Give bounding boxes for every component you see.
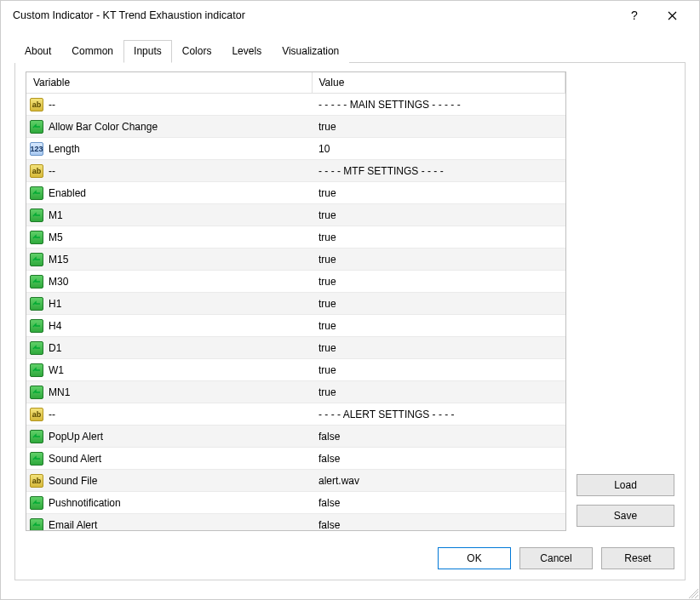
bool-type-icon (30, 430, 43, 443)
ab-type-icon: ab (30, 164, 43, 178)
variable-value[interactable]: true (312, 226, 565, 249)
tab-inputs[interactable]: Inputs (123, 40, 172, 63)
variable-name: D1 (49, 342, 61, 354)
tab-levels[interactable]: Levels (221, 40, 272, 63)
table-row[interactable]: M15true (26, 249, 565, 271)
bool-type-icon (30, 231, 43, 244)
bool-type-icon (30, 363, 43, 377)
close-icon (668, 11, 677, 20)
table-row[interactable]: M1true (26, 204, 565, 226)
bool-type-icon (30, 452, 43, 466)
variable-name: Pushnotification (49, 497, 121, 509)
bool-type-icon (30, 319, 43, 333)
tab-common[interactable]: Common (61, 40, 123, 63)
variable-value[interactable]: alert.wav (312, 470, 565, 492)
variable-value[interactable]: true (312, 315, 565, 337)
variable-value[interactable]: 10 (312, 138, 565, 160)
ab-type-icon: ab (30, 408, 43, 421)
table-row[interactable]: ab--- - - - MTF SETTINGS - - - - (26, 160, 565, 182)
ab-type-icon: ab (30, 98, 43, 111)
table-row[interactable]: Pushnotificationfalse (26, 492, 565, 514)
variable-name: Enabled (49, 187, 86, 199)
table-row[interactable]: PopUp Alertfalse (26, 426, 565, 448)
tab-bar: About Common Inputs Colors Levels Visual… (14, 39, 686, 63)
variable-name: Sound Alert (49, 453, 101, 465)
cancel-button[interactable]: Cancel (519, 547, 593, 569)
variable-name: Email Alert (49, 519, 97, 531)
bool-type-icon (30, 275, 43, 289)
variable-value[interactable]: true (312, 204, 565, 226)
bool-type-icon (30, 120, 43, 134)
ok-button[interactable]: OK (438, 547, 511, 569)
side-buttons: Load Save (577, 71, 674, 569)
table-row[interactable]: Enabledtrue (26, 182, 565, 204)
window-title: Custom Indicator - KT Trend Exhaustion i… (13, 9, 616, 21)
table-row[interactable]: M30true (26, 271, 565, 293)
num-type-icon: 123 (30, 142, 43, 156)
tab-colors[interactable]: Colors (172, 40, 222, 63)
titlebar: Custom Indicator - KT Trend Exhaustion i… (1, 1, 699, 30)
variable-value[interactable]: false (312, 448, 565, 470)
variable-value[interactable]: true (312, 359, 565, 381)
close-button[interactable] (653, 3, 691, 28)
variable-value[interactable]: true (312, 182, 565, 204)
col-header-variable[interactable]: Variable (26, 72, 312, 94)
bool-type-icon (30, 386, 43, 399)
table-row[interactable]: D1true (26, 337, 565, 359)
ab-type-icon: ab (30, 474, 43, 488)
inputs-table[interactable]: Variable Value ab--- - - - - MAIN SETTIN… (26, 71, 566, 531)
variable-value[interactable]: - - - - ALERT SETTINGS - - - - (312, 403, 565, 426)
bool-type-icon (30, 186, 43, 200)
tab-about[interactable]: About (14, 40, 61, 63)
bool-type-icon (30, 496, 43, 510)
table-row[interactable]: H1true (26, 293, 565, 315)
variable-value[interactable]: false (312, 426, 565, 448)
variable-value[interactable]: false (312, 492, 565, 514)
variable-value[interactable]: - - - - - MAIN SETTINGS - - - - - (312, 94, 565, 116)
variable-name: M5 (49, 231, 63, 243)
help-button[interactable]: ? (616, 3, 653, 28)
variable-name: H4 (49, 320, 61, 332)
variable-name: M15 (49, 254, 68, 266)
variable-name: Sound File (49, 475, 97, 487)
variable-name: M1 (49, 209, 63, 221)
variable-name: H1 (49, 298, 61, 310)
table-row[interactable]: H4true (26, 315, 565, 337)
table-row[interactable]: ab--- - - - ALERT SETTINGS - - - - (26, 403, 565, 426)
bool-type-icon (30, 209, 43, 222)
table-row[interactable]: 123Length10 (26, 138, 565, 160)
table-row[interactable]: abSound Filealert.wav (26, 470, 565, 492)
bool-type-icon (30, 297, 43, 311)
variable-name: Allow Bar Color Change (49, 121, 158, 133)
variable-name: -- (49, 409, 55, 420)
load-button[interactable]: Load (577, 474, 674, 496)
table-row[interactable]: MN1true (26, 381, 565, 403)
variable-name: MN1 (49, 386, 70, 398)
variable-name: PopUp Alert (49, 431, 103, 443)
col-header-value[interactable]: Value (312, 72, 565, 94)
reset-button[interactable]: Reset (601, 547, 674, 569)
bool-type-icon (30, 253, 43, 266)
variable-value[interactable]: true (312, 381, 565, 403)
variable-value[interactable]: true (312, 293, 565, 315)
variable-value[interactable]: true (312, 337, 565, 359)
table-row[interactable]: Email Alertfalse (26, 514, 565, 532)
variable-value[interactable]: false (312, 514, 565, 532)
table-row[interactable]: W1true (26, 359, 565, 381)
table-row[interactable]: Allow Bar Color Changetrue (26, 116, 565, 138)
bottom-buttons: OK Cancel Reset (438, 547, 674, 569)
save-button[interactable]: Save (577, 505, 674, 527)
table-row[interactable]: Sound Alertfalse (26, 448, 565, 470)
resize-grip-icon[interactable] (688, 588, 698, 598)
bool-type-icon (30, 518, 43, 532)
variable-value[interactable]: true (312, 116, 565, 138)
variable-value[interactable]: true (312, 249, 565, 271)
variable-name: -- (49, 165, 55, 177)
variable-name: Length (49, 143, 80, 155)
table-row[interactable]: ab--- - - - - MAIN SETTINGS - - - - - (26, 94, 565, 116)
variable-value[interactable]: true (312, 271, 565, 293)
table-row[interactable]: M5true (26, 226, 565, 249)
tab-visualization[interactable]: Visualization (272, 40, 349, 63)
tab-panel: Variable Value ab--- - - - - MAIN SETTIN… (14, 63, 686, 580)
variable-value[interactable]: - - - - MTF SETTINGS - - - - (312, 160, 565, 182)
